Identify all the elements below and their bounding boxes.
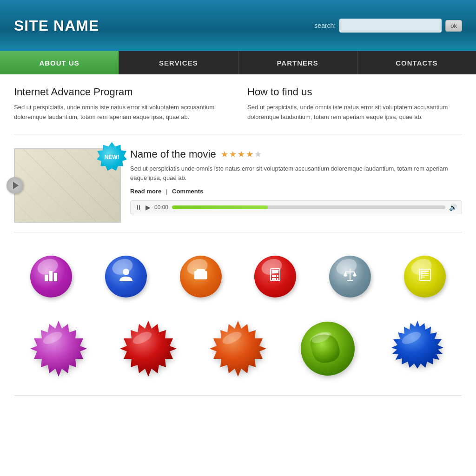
list-ball[interactable] (404, 256, 446, 298)
col-how-to-find: How to find us Sed ut perspiciatis, unde… (247, 86, 462, 122)
icon-balls-row (14, 256, 462, 298)
user-ball[interactable] (105, 256, 147, 298)
wallet-ball[interactable] (180, 256, 222, 298)
svg-rect-11 (272, 278, 274, 280)
svg-rect-12 (274, 278, 276, 280)
col1-text: Sed ut perspiciatis, unde omnis iste nat… (14, 103, 229, 122)
search-label: search: (314, 22, 336, 29)
video-section: NEW! Name of the movie ★★★★★ Sed ut pers… (14, 148, 462, 232)
progress-fill (172, 205, 268, 209)
video-info: Name of the movie ★★★★★ Sed ut perspicia… (130, 148, 462, 215)
svg-rect-13 (277, 278, 278, 280)
col1-title: Internet Advance Program (14, 86, 229, 98)
nav-item-services[interactable]: SERVICES (119, 51, 238, 74)
icons-section (14, 246, 462, 396)
svg-rect-10 (277, 275, 278, 277)
video-desc: Sed ut perspiciatis unde omnis iste natu… (130, 164, 462, 184)
nav-item-about[interactable]: ABOUT US (0, 51, 119, 74)
nav-item-contacts[interactable]: CONTACTS (357, 51, 476, 74)
main-content: Internet Advance Program Sed ut perspici… (0, 74, 476, 416)
svg-marker-27 (210, 321, 266, 377)
badge-section (14, 311, 462, 386)
user-icon (118, 266, 134, 286)
col-internet-program: Internet Advance Program Sed ut perspici… (14, 86, 229, 122)
svg-point-3 (123, 269, 129, 275)
chart-ball[interactable] (30, 256, 72, 298)
comments-link[interactable]: Comments (172, 188, 203, 195)
svg-marker-23 (30, 321, 87, 377)
search-area: search: ok (314, 19, 462, 33)
player-time: 00:00 (154, 204, 168, 211)
chart-icon (43, 266, 60, 286)
scales-icon (342, 266, 358, 286)
svg-marker-32 (391, 321, 443, 369)
progress-bar[interactable] (172, 205, 445, 209)
play-button-2[interactable]: ▶ (145, 204, 151, 211)
col2-text: Sed ut perspiciatis, unde omnis iste nat… (247, 103, 462, 122)
nav-item-partners[interactable]: PARTNERS (238, 51, 357, 74)
svg-marker-25 (120, 321, 177, 377)
scales-ball[interactable] (329, 256, 371, 298)
svg-rect-9 (274, 275, 276, 277)
two-column-section: Internet Advance Program Sed ut perspici… (14, 86, 462, 134)
video-title: Name of the movie (130, 148, 216, 160)
green-badge[interactable] (295, 316, 360, 381)
video-links: Read more | Comments (130, 188, 462, 195)
wallet-icon (192, 266, 209, 286)
search-button[interactable]: ok (445, 20, 462, 32)
read-more-link[interactable]: Read more (130, 188, 161, 195)
svg-rect-1 (49, 271, 53, 281)
search-input[interactable] (339, 19, 442, 33)
navigation: ABOUT US SERVICES PARTNERS CONTACTS (0, 51, 476, 74)
blue-badge[interactable] (385, 316, 450, 381)
calculator-ball[interactable] (254, 256, 296, 298)
video-title-row: Name of the movie ★★★★★ (130, 148, 462, 160)
svg-rect-0 (45, 275, 48, 281)
orange-badge[interactable] (205, 316, 271, 381)
video-thumbnail[interactable]: NEW! (14, 148, 121, 223)
red-badge[interactable] (116, 316, 181, 381)
svg-rect-7 (272, 270, 278, 273)
media-player: ⏸ ▶ 00:00 🔊 (130, 200, 462, 214)
site-name: SITE NAME (14, 17, 99, 34)
svg-rect-2 (54, 273, 57, 281)
header: SITE NAME search: ok (0, 0, 476, 51)
video-stars: ★★★★★ (221, 149, 263, 159)
calculator-icon (267, 266, 284, 286)
col2-title: How to find us (247, 86, 462, 98)
purple-badge[interactable] (26, 316, 91, 381)
pause-button[interactable]: ⏸ (135, 204, 142, 211)
play-button[interactable] (7, 177, 23, 194)
volume-icon[interactable]: 🔊 (449, 204, 457, 211)
svg-rect-5 (202, 274, 205, 277)
list-icon (416, 266, 433, 286)
svg-rect-8 (272, 275, 274, 277)
